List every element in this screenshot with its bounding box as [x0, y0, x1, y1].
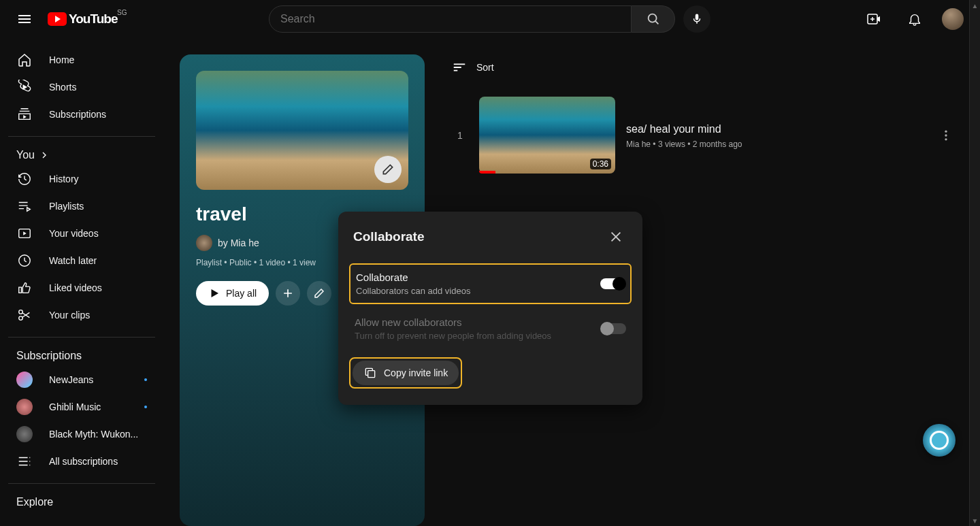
sidebar-item-history[interactable]: History — [8, 165, 155, 193]
allow-new-toggle[interactable] — [602, 323, 626, 334]
sidebar-item-shorts[interactable]: Shorts — [8, 73, 155, 101]
sidebar-item-label: Playlists — [49, 201, 84, 212]
divider — [8, 337, 155, 338]
copy-invite-button[interactable]: Copy invite link — [353, 361, 459, 385]
channel-avatar — [16, 399, 33, 415]
video-duration: 0:36 — [590, 159, 611, 169]
sidebar-section-title: You — [16, 149, 35, 161]
copy-icon — [363, 366, 377, 380]
sort-label: Sort — [476, 62, 494, 73]
youtube-logo[interactable]: YouTube SG — [48, 12, 117, 27]
video-meta: Mia he • 3 views • 2 months ago — [626, 139, 928, 149]
sidebar-sub-blackmyth[interactable]: Black Myth: Wukon... — [8, 421, 155, 448]
sidebar-item-your-videos[interactable]: Your videos — [8, 220, 155, 247]
create-icon — [866, 11, 882, 27]
youtube-logo-text: YouTube — [69, 12, 117, 27]
page-scrollbar[interactable]: ▲ ▼ — [969, 0, 980, 526]
svg-point-8 — [945, 134, 947, 136]
play-all-button[interactable]: Play all — [196, 281, 269, 306]
edit-playlist-button[interactable] — [307, 281, 331, 306]
youtube-logo-icon — [48, 12, 67, 26]
new-content-dot — [144, 406, 147, 408]
sidebar-item-all-subscriptions[interactable]: All subscriptions — [8, 448, 155, 475]
header-right — [860, 5, 964, 33]
sidebar-item-label: Black Myth: Wukon... — [49, 429, 138, 440]
svg-line-1 — [655, 21, 658, 24]
sidebar-item-label: Home — [49, 54, 74, 65]
guide-menu-button[interactable] — [11, 5, 38, 33]
liked-icon — [16, 280, 33, 296]
sidebar-item-label: Your videos — [49, 228, 99, 239]
scrollbar-track[interactable] — [970, 11, 980, 515]
sidebar-item-subscriptions[interactable]: Subscriptions — [8, 101, 155, 128]
clips-icon — [16, 307, 33, 323]
sidebar-subscriptions-title: Subscriptions — [8, 346, 155, 366]
svg-point-7 — [945, 130, 947, 132]
sidebar-item-playlists[interactable]: Playlists — [8, 193, 155, 220]
video-title[interactable]: sea/ heal your mind — [626, 123, 928, 135]
watch-later-icon — [16, 252, 33, 269]
setting-description: Turn off to prevent new people from addi… — [355, 331, 551, 341]
subscriptions-icon — [16, 106, 33, 122]
toggle-knob — [612, 277, 626, 291]
divider — [8, 483, 155, 484]
svg-point-9 — [945, 138, 947, 140]
toggle-knob — [600, 322, 614, 335]
sidebar-explore-title: Explore — [8, 492, 155, 512]
edit-thumbnail-button[interactable] — [374, 156, 402, 183]
playlist-thumbnail[interactable] — [196, 71, 408, 190]
header: YouTube SG — [0, 0, 980, 38]
collaborate-setting-row: Collaborate Collaborators can add videos — [349, 263, 632, 304]
voice-search-button[interactable] — [683, 5, 710, 33]
create-button[interactable] — [860, 5, 887, 33]
allow-new-collaborators-row: Allow new collaborators Turn off to prev… — [349, 310, 632, 348]
more-vertical-icon — [939, 129, 953, 142]
dialog-header: Collaborate — [338, 225, 642, 258]
sort-button[interactable]: Sort — [452, 54, 966, 91]
sidebar-sub-ghibli[interactable]: Ghibli Music — [8, 393, 155, 421]
sidebar-you-header[interactable]: You — [8, 145, 155, 165]
search-icon — [646, 12, 661, 27]
save-playlist-button[interactable] — [276, 281, 300, 306]
collaborate-dialog: Collaborate Collaborate Collaborators ca… — [338, 212, 642, 405]
hamburger-icon — [16, 11, 33, 27]
pencil-icon — [313, 287, 325, 299]
sidebar-item-liked-videos[interactable]: Liked videos — [8, 274, 155, 301]
sidebar-sub-newjeans[interactable]: NewJeans — [8, 366, 155, 393]
search-input[interactable] — [280, 13, 620, 25]
collaborate-toggle[interactable] — [600, 278, 625, 289]
account-avatar[interactable] — [942, 8, 964, 30]
sidebar-item-label: Your clips — [49, 310, 90, 320]
video-row[interactable]: 1 0:36 sea/ heal your mind Mia he • 3 vi… — [452, 91, 966, 179]
your-videos-icon — [16, 225, 33, 242]
video-index: 1 — [452, 130, 468, 141]
header-left: YouTube SG — [11, 5, 117, 33]
shorts-icon — [16, 79, 33, 95]
floating-helper-widget[interactable] — [923, 424, 956, 457]
playlists-icon — [16, 198, 33, 214]
microphone-icon — [691, 13, 703, 25]
search-box[interactable] — [269, 5, 632, 33]
video-thumbnail[interactable]: 0:36 — [479, 97, 615, 174]
copy-invite-label: Copy invite link — [384, 367, 448, 378]
setting-label: Allow new collaborators — [355, 316, 551, 328]
setting-label: Collaborate — [356, 272, 470, 283]
channel-avatar — [16, 372, 33, 388]
sidebar-item-watch-later[interactable]: Watch later — [8, 247, 155, 274]
sidebar-item-your-clips[interactable]: Your clips — [8, 301, 155, 329]
setting-text: Collaborate Collaborators can add videos — [356, 272, 470, 296]
sidebar-item-label: Shorts — [49, 82, 76, 93]
scrollbar-up-button[interactable]: ▲ — [970, 0, 980, 11]
notifications-button[interactable] — [901, 5, 928, 33]
sidebar-item-home[interactable]: Home — [8, 46, 155, 73]
svg-rect-10 — [368, 371, 375, 378]
search-button[interactable] — [632, 5, 675, 33]
sidebar-item-label: Liked videos — [49, 282, 102, 293]
plus-icon — [281, 286, 295, 300]
dialog-close-button[interactable] — [604, 225, 627, 248]
chevron-right-icon — [39, 150, 50, 161]
video-more-button[interactable] — [939, 129, 966, 142]
new-content-dot — [144, 378, 147, 381]
setting-description: Collaborators can add videos — [356, 286, 470, 296]
scrollbar-down-button[interactable]: ▼ — [970, 515, 980, 526]
